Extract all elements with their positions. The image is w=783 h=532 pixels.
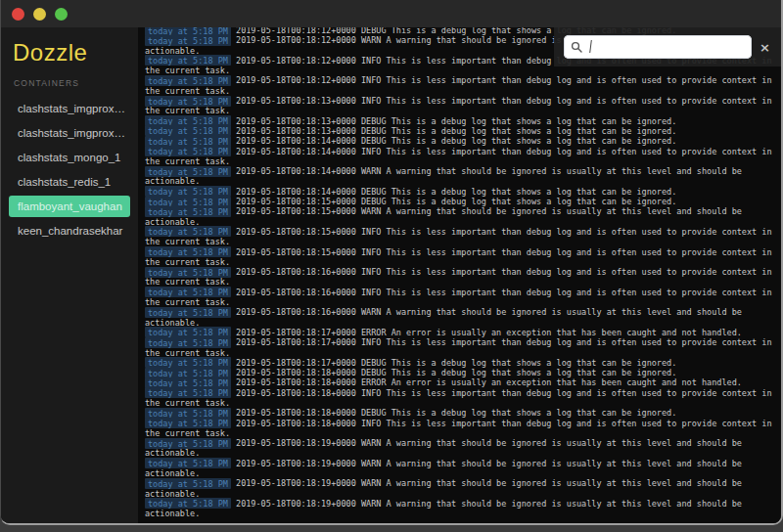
log-entry: today at 5:18 PM 2019-05-18T00:18:18+000…	[145, 368, 776, 377]
log-timestamp-badge: today at 5:18 PM	[145, 75, 231, 86]
container-name-label: keen_chandrasekhar	[18, 225, 122, 237]
log-message: 2019-05-18T00:18:14+0000 DEBUG This is a…	[231, 187, 676, 197]
main-area: Dozzle CONTAINERS clashstats_imgprox…cla…	[1, 27, 781, 523]
log-message: 2019-05-18T00:18:19+0000 WARN A warning …	[145, 499, 742, 518]
log-entry: today at 5:18 PM 2019-05-18T00:18:17+000…	[145, 358, 776, 368]
log-timestamp-badge: today at 5:18 PM	[145, 287, 231, 297]
log-timestamp-badge: today at 5:18 PM	[145, 498, 231, 509]
log-message: 2019-05-18T00:18:16+0000 WARN A warning …	[145, 307, 742, 327]
log-entry: today at 5:18 PM 2019-05-18T00:18:13+000…	[145, 116, 776, 126]
log-entry: today at 5:18 PM 2019-05-18T00:18:19+000…	[145, 438, 776, 459]
log-entry: today at 5:18 PM 2019-05-18T00:18:19+000…	[145, 459, 776, 479]
sidebar-item-container[interactable]: clashstats_imgprox…	[9, 98, 130, 119]
log-message: 2019-05-18T00:18:14+0000 DEBUG This is a…	[231, 136, 676, 146]
log-timestamp-badge: today at 5:18 PM	[145, 368, 231, 378]
log-message: 2019-05-18T00:18:18+0000 DEBUG This is a…	[231, 408, 676, 418]
log-timestamp-badge: today at 5:18 PM	[145, 418, 231, 428]
log-pane[interactable]: today at 5:18 PM 2019-05-18T00:18:12+000…	[138, 27, 781, 523]
log-timestamp-badge: today at 5:18 PM	[145, 186, 231, 197]
sidebar-item-container[interactable]: clashstats_mongo_1	[9, 147, 130, 168]
container-name-label: clashstats_imgprox…	[18, 127, 125, 139]
log-entry: today at 5:18 PM 2019-05-18T00:18:18+000…	[145, 388, 776, 409]
log-timestamp-badge: today at 5:18 PM	[145, 166, 231, 177]
log-message: 2019-05-18T00:18:15+0000 WARN A warning …	[145, 206, 742, 226]
log-message: 2019-05-18T00:18:16+0000 INFO This is le…	[145, 267, 772, 287]
log-timestamp-badge: today at 5:18 PM	[145, 146, 231, 156]
log-message: 2019-05-18T00:18:19+0000 WARN A warning …	[145, 459, 742, 478]
log-message: 2019-05-18T00:18:18+0000 INFO This is le…	[145, 388, 772, 408]
log-timestamp-badge: today at 5:18 PM	[145, 197, 231, 207]
log-message: 2019-05-18T00:18:14+0000 WARN A warning …	[145, 166, 742, 186]
log-timestamp-badge: today at 5:18 PM	[145, 327, 231, 337]
log-timestamp-badge: today at 5:18 PM	[145, 267, 231, 278]
log-entry: today at 5:18 PM 2019-05-18T00:18:19+000…	[145, 478, 776, 499]
container-name-label: clashstats_redis_1	[18, 176, 111, 188]
log-message: 2019-05-18T00:18:19+0000 WARN A warning …	[145, 438, 742, 458]
log-timestamp-badge: today at 5:18 PM	[145, 226, 231, 237]
close-search-icon[interactable]: ×	[760, 41, 770, 54]
log-message: 2019-05-18T00:18:18+0000 INFO This is le…	[145, 419, 772, 438]
search-overlay: ×	[554, 27, 781, 66]
container-list: clashstats_imgprox…clashstats_imgprox…cl…	[1, 98, 138, 242]
log-timestamp-badge: today at 5:18 PM	[145, 307, 231, 318]
window-titlebar	[1, 0, 781, 27]
log-timestamp-badge: today at 5:18 PM	[145, 387, 231, 398]
sidebar-item-container[interactable]: keen_chandrasekhar	[9, 220, 130, 242]
log-message: 2019-05-18T00:18:18+0000 DEBUG This is a…	[231, 368, 676, 377]
log-message: 2019-05-18T00:18:14+0000 INFO This is le…	[145, 147, 772, 166]
log-entry: today at 5:18 PM 2019-05-18T00:18:12+000…	[145, 75, 776, 96]
log-timestamp-badge: today at 5:18 PM	[145, 125, 231, 136]
log-entry: today at 5:18 PM 2019-05-18T00:18:18+000…	[145, 419, 776, 439]
container-name-label: clashstats_mongo_1	[18, 152, 120, 163]
log-message: 2019-05-18T00:18:17+0000 INFO This is le…	[145, 337, 772, 357]
app-logo: Dozzle	[1, 37, 138, 76]
log-entry: today at 5:18 PM 2019-05-18T00:18:14+000…	[145, 136, 776, 146]
log-entry: today at 5:18 PM 2019-05-18T00:18:16+000…	[145, 288, 776, 308]
log-entry: today at 5:18 PM 2019-05-18T00:18:14+000…	[145, 166, 776, 187]
log-timestamp-badge: today at 5:18 PM	[145, 35, 231, 46]
sidebar-item-container[interactable]: clashstats_imgprox…	[9, 122, 130, 144]
log-timestamp-badge: today at 5:18 PM	[145, 458, 231, 468]
log-timestamp-badge: today at 5:18 PM	[145, 357, 231, 368]
app-window: Dozzle CONTAINERS clashstats_imgprox…cla…	[0, 0, 783, 525]
search-icon	[571, 41, 582, 53]
log-entry: today at 5:18 PM 2019-05-18T00:18:16+000…	[145, 267, 776, 288]
log-entry: today at 5:18 PM 2019-05-18T00:18:15+000…	[145, 206, 776, 227]
log-message: 2019-05-18T00:18:16+0000 INFO This is le…	[145, 288, 772, 307]
log-message: 2019-05-18T00:18:18+0000 ERROR An error …	[231, 377, 742, 387]
log-message: 2019-05-18T00:18:13+0000 DEBUG This is a…	[231, 116, 676, 126]
log-message: 2019-05-18T00:18:12+0000 INFO This is le…	[145, 75, 772, 95]
window-close-button[interactable]	[12, 8, 24, 21]
log-entry: today at 5:18 PM 2019-05-18T00:18:18+000…	[145, 377, 776, 387]
log-message: 2019-05-18T00:18:15+0000 DEBUG This is a…	[231, 197, 676, 206]
log-timestamp-badge: today at 5:18 PM	[145, 206, 231, 217]
log-message: 2019-05-18T00:18:15+0000 INFO This is le…	[145, 247, 772, 267]
search-input[interactable]	[587, 35, 744, 59]
log-message: 2019-05-18T00:18:17+0000 DEBUG This is a…	[231, 358, 676, 368]
log-entry: today at 5:18 PM 2019-05-18T00:18:18+000…	[145, 408, 776, 418]
log-timestamp-badge: today at 5:18 PM	[145, 478, 231, 489]
container-name-label: flamboyant_vaughan	[18, 200, 122, 212]
search-box	[564, 35, 752, 59]
log-entry: today at 5:18 PM 2019-05-18T00:18:17+000…	[145, 328, 776, 337]
window-minimize-button[interactable]	[33, 8, 46, 21]
log-entry: today at 5:18 PM 2019-05-18T00:18:19+000…	[145, 499, 776, 519]
containers-section-label: CONTAINERS	[1, 76, 138, 98]
log-timestamp-badge: today at 5:18 PM	[145, 438, 231, 449]
sidebar-item-container[interactable]: clashstats_redis_1	[9, 171, 130, 193]
log-message: 2019-05-18T00:18:17+0000 ERROR An error …	[231, 328, 742, 337]
container-name-label: clashstats_imgprox…	[18, 103, 125, 114]
log-entry: today at 5:18 PM 2019-05-18T00:18:13+000…	[145, 126, 776, 136]
log-message: 2019-05-18T00:18:19+0000 WARN A warning …	[145, 478, 742, 498]
log-timestamp-badge: today at 5:18 PM	[145, 96, 231, 107]
log-message: 2019-05-18T00:18:15+0000 INFO This is le…	[145, 227, 772, 246]
log-stream: today at 5:18 PM 2019-05-18T00:18:12+000…	[138, 27, 781, 523]
sidebar-item-container[interactable]: flamboyant_vaughan	[9, 196, 130, 217]
sidebar: Dozzle CONTAINERS clashstats_imgprox…cla…	[1, 27, 138, 523]
log-entry: today at 5:18 PM 2019-05-18T00:18:15+000…	[145, 227, 776, 247]
log-timestamp-badge: today at 5:18 PM	[145, 246, 231, 257]
log-entry: today at 5:18 PM 2019-05-18T00:18:17+000…	[145, 337, 776, 358]
window-zoom-button[interactable]	[55, 8, 68, 21]
log-entry: today at 5:18 PM 2019-05-18T00:18:13+000…	[145, 96, 776, 116]
log-entry: today at 5:18 PM 2019-05-18T00:18:14+000…	[145, 187, 776, 197]
